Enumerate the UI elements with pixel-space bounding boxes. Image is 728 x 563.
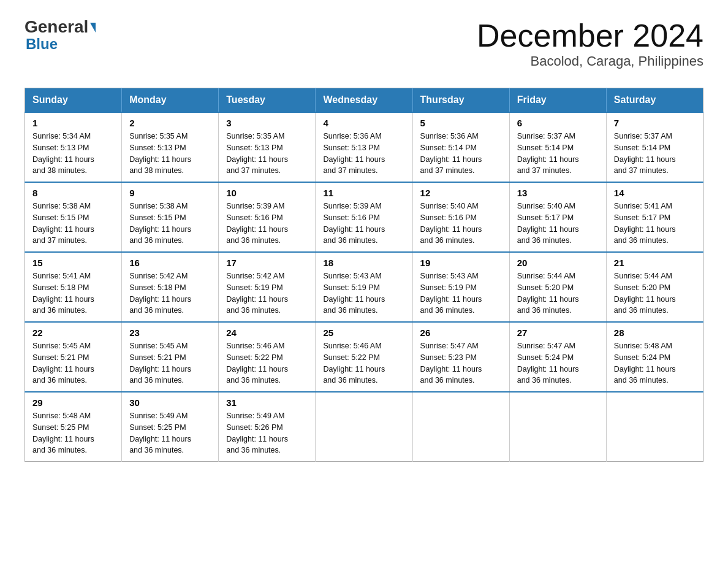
day-number: 26	[420, 327, 502, 338]
logo-general-text: General	[25, 18, 96, 36]
day-info: Sunrise: 5:37 AMSunset: 5:14 PMDaylight:…	[614, 131, 696, 177]
calendar-cell: 14 Sunrise: 5:41 AMSunset: 5:17 PMDaylig…	[606, 182, 703, 252]
column-header-saturday: Saturday	[606, 88, 703, 113]
day-number: 16	[129, 258, 211, 268]
day-info: Sunrise: 5:44 AMSunset: 5:20 PMDaylight:…	[517, 270, 599, 316]
day-info: Sunrise: 5:38 AMSunset: 5:15 PMDaylight:…	[32, 201, 114, 247]
day-info: Sunrise: 5:48 AMSunset: 5:24 PMDaylight:…	[614, 340, 696, 386]
calendar-cell: 8 Sunrise: 5:38 AMSunset: 5:15 PMDayligh…	[25, 182, 122, 252]
calendar-table: SundayMondayTuesdayWednesdayThursdayFrid…	[25, 88, 703, 462]
day-info: Sunrise: 5:47 AMSunset: 5:24 PMDaylight:…	[517, 340, 599, 386]
logo-triangle-icon	[90, 23, 96, 33]
title-block: December 2024 Bacolod, Caraga, Philippin…	[477, 18, 703, 69]
day-number: 25	[323, 327, 404, 338]
day-number: 14	[614, 188, 696, 198]
column-header-wednesday: Wednesday	[316, 88, 412, 113]
day-info: Sunrise: 5:39 AMSunset: 5:16 PMDaylight:…	[323, 201, 404, 247]
calendar-cell: 29 Sunrise: 5:48 AMSunset: 5:25 PMDaylig…	[25, 392, 122, 462]
day-info: Sunrise: 5:41 AMSunset: 5:17 PMDaylight:…	[614, 201, 696, 247]
calendar-cell: 19 Sunrise: 5:43 AMSunset: 5:19 PMDaylig…	[412, 252, 509, 322]
day-info: Sunrise: 5:49 AMSunset: 5:26 PMDaylight:…	[226, 410, 308, 456]
day-number: 29	[32, 397, 114, 408]
calendar-cell: 22 Sunrise: 5:45 AMSunset: 5:21 PMDaylig…	[25, 322, 122, 392]
day-number: 27	[517, 327, 599, 338]
day-number: 10	[226, 188, 308, 198]
calendar-cell: 11 Sunrise: 5:39 AMSunset: 5:16 PMDaylig…	[316, 182, 412, 252]
day-info: Sunrise: 5:37 AMSunset: 5:14 PMDaylight:…	[517, 131, 599, 177]
calendar-cell: 7 Sunrise: 5:37 AMSunset: 5:14 PMDayligh…	[606, 112, 703, 182]
week-row-1: 1 Sunrise: 5:34 AMSunset: 5:13 PMDayligh…	[25, 112, 703, 182]
column-header-tuesday: Tuesday	[219, 88, 316, 113]
calendar-cell: 27 Sunrise: 5:47 AMSunset: 5:24 PMDaylig…	[509, 322, 606, 392]
day-number: 7	[614, 118, 696, 128]
calendar-cell: 20 Sunrise: 5:44 AMSunset: 5:20 PMDaylig…	[509, 252, 606, 322]
week-row-5: 29 Sunrise: 5:48 AMSunset: 5:25 PMDaylig…	[25, 392, 703, 462]
day-number: 28	[614, 327, 696, 338]
day-number: 17	[226, 258, 308, 268]
day-number: 1	[32, 118, 114, 128]
calendar-cell: 17 Sunrise: 5:42 AMSunset: 5:19 PMDaylig…	[219, 252, 316, 322]
calendar-cell: 23 Sunrise: 5:45 AMSunset: 5:21 PMDaylig…	[122, 322, 219, 392]
day-info: Sunrise: 5:49 AMSunset: 5:25 PMDaylight:…	[129, 410, 211, 456]
calendar-cell: 10 Sunrise: 5:39 AMSunset: 5:16 PMDaylig…	[219, 182, 316, 252]
page-header: General Blue December 2024 Bacolod, Cara…	[25, 18, 703, 69]
day-info: Sunrise: 5:43 AMSunset: 5:19 PMDaylight:…	[420, 270, 502, 316]
calendar-cell: 31 Sunrise: 5:49 AMSunset: 5:26 PMDaylig…	[219, 392, 316, 462]
calendar-cell: 18 Sunrise: 5:43 AMSunset: 5:19 PMDaylig…	[316, 252, 412, 322]
day-info: Sunrise: 5:42 AMSunset: 5:19 PMDaylight:…	[226, 270, 308, 316]
calendar-cell: 16 Sunrise: 5:42 AMSunset: 5:18 PMDaylig…	[122, 252, 219, 322]
day-info: Sunrise: 5:44 AMSunset: 5:20 PMDaylight:…	[614, 270, 696, 316]
calendar-cell: 12 Sunrise: 5:40 AMSunset: 5:16 PMDaylig…	[412, 182, 509, 252]
day-number: 18	[323, 258, 404, 268]
calendar-cell: 9 Sunrise: 5:38 AMSunset: 5:15 PMDayligh…	[122, 182, 219, 252]
calendar-cell: 21 Sunrise: 5:44 AMSunset: 5:20 PMDaylig…	[606, 252, 703, 322]
day-number: 21	[614, 258, 696, 268]
day-info: Sunrise: 5:46 AMSunset: 5:22 PMDaylight:…	[323, 340, 404, 386]
logo-blue-text: Blue	[26, 36, 58, 52]
calendar-cell: 28 Sunrise: 5:48 AMSunset: 5:24 PMDaylig…	[606, 322, 703, 392]
day-info: Sunrise: 5:40 AMSunset: 5:17 PMDaylight:…	[517, 201, 599, 247]
week-row-2: 8 Sunrise: 5:38 AMSunset: 5:15 PMDayligh…	[25, 182, 703, 252]
column-header-thursday: Thursday	[412, 88, 509, 113]
calendar-cell: 15 Sunrise: 5:41 AMSunset: 5:18 PMDaylig…	[25, 252, 122, 322]
calendar-subtitle: Bacolod, Caraga, Philippines	[477, 53, 703, 69]
calendar-cell: 24 Sunrise: 5:46 AMSunset: 5:22 PMDaylig…	[219, 322, 316, 392]
calendar-cell: 25 Sunrise: 5:46 AMSunset: 5:22 PMDaylig…	[316, 322, 412, 392]
calendar-cell	[316, 392, 412, 462]
day-number: 15	[32, 258, 114, 268]
day-number: 12	[420, 188, 502, 198]
calendar-cell	[606, 392, 703, 462]
calendar-cell: 6 Sunrise: 5:37 AMSunset: 5:14 PMDayligh…	[509, 112, 606, 182]
calendar-cell: 3 Sunrise: 5:35 AMSunset: 5:13 PMDayligh…	[219, 112, 316, 182]
logo: General Blue	[25, 18, 96, 53]
day-info: Sunrise: 5:39 AMSunset: 5:16 PMDaylight:…	[226, 201, 308, 247]
day-info: Sunrise: 5:47 AMSunset: 5:23 PMDaylight:…	[420, 340, 502, 386]
day-info: Sunrise: 5:35 AMSunset: 5:13 PMDaylight:…	[129, 131, 211, 177]
day-number: 8	[32, 188, 114, 198]
day-number: 23	[129, 327, 211, 338]
calendar-title: December 2024	[477, 18, 703, 53]
day-info: Sunrise: 5:42 AMSunset: 5:18 PMDaylight:…	[129, 270, 211, 316]
day-info: Sunrise: 5:36 AMSunset: 5:14 PMDaylight:…	[420, 131, 502, 177]
calendar-cell: 5 Sunrise: 5:36 AMSunset: 5:14 PMDayligh…	[412, 112, 509, 182]
calendar-cell: 30 Sunrise: 5:49 AMSunset: 5:25 PMDaylig…	[122, 392, 219, 462]
day-info: Sunrise: 5:48 AMSunset: 5:25 PMDaylight:…	[32, 410, 114, 456]
calendar-cell	[412, 392, 509, 462]
header-row: SundayMondayTuesdayWednesdayThursdayFrid…	[25, 88, 703, 113]
day-info: Sunrise: 5:43 AMSunset: 5:19 PMDaylight:…	[323, 270, 404, 316]
day-info: Sunrise: 5:36 AMSunset: 5:13 PMDaylight:…	[323, 131, 404, 177]
day-info: Sunrise: 5:45 AMSunset: 5:21 PMDaylight:…	[129, 340, 211, 386]
day-number: 5	[420, 118, 502, 128]
calendar-cell	[509, 392, 606, 462]
day-number: 4	[323, 118, 404, 128]
day-number: 6	[517, 118, 599, 128]
day-number: 3	[226, 118, 308, 128]
calendar-cell: 26 Sunrise: 5:47 AMSunset: 5:23 PMDaylig…	[412, 322, 509, 392]
column-header-monday: Monday	[122, 88, 219, 113]
day-number: 24	[226, 327, 308, 338]
column-header-sunday: Sunday	[25, 88, 122, 113]
week-row-3: 15 Sunrise: 5:41 AMSunset: 5:18 PMDaylig…	[25, 252, 703, 322]
day-info: Sunrise: 5:35 AMSunset: 5:13 PMDaylight:…	[226, 131, 308, 177]
day-number: 9	[129, 188, 211, 198]
column-header-friday: Friday	[509, 88, 606, 113]
